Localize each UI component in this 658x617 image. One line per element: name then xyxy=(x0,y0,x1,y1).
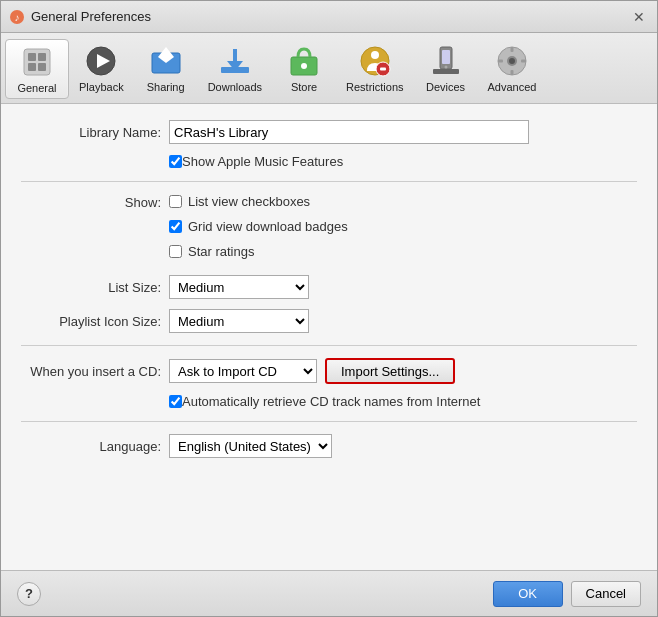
star-ratings-checkbox[interactable] xyxy=(169,245,182,258)
bottom-bar: ? OK Cancel xyxy=(1,570,657,616)
svg-rect-5 xyxy=(28,63,36,71)
svg-rect-4 xyxy=(38,53,46,61)
language-row: Language: English (United States) xyxy=(21,434,637,458)
cd-insert-row: When you insert a CD: Ask to Import CD I… xyxy=(21,358,637,384)
store-icon xyxy=(286,43,322,79)
tab-store-label: Store xyxy=(291,81,317,93)
svg-rect-6 xyxy=(38,63,46,71)
auto-retrieve-label: Automatically retrieve CD track names fr… xyxy=(182,394,480,409)
library-name-input[interactable] xyxy=(169,120,529,144)
library-name-label: Library Name: xyxy=(21,125,161,140)
grid-view-label: Grid view download badges xyxy=(188,219,348,234)
playback-icon xyxy=(83,43,119,79)
list-view-checkbox[interactable] xyxy=(169,195,182,208)
svg-point-18 xyxy=(371,51,379,59)
svg-rect-30 xyxy=(498,60,503,63)
star-ratings-label: Star ratings xyxy=(188,244,254,259)
svg-rect-3 xyxy=(28,53,36,61)
svg-rect-24 xyxy=(433,69,459,74)
list-size-row: List Size: Small Medium Large xyxy=(21,275,637,299)
tab-sharing-label: Sharing xyxy=(147,81,185,93)
svg-rect-31 xyxy=(521,60,526,63)
tab-advanced[interactable]: Advanced xyxy=(478,39,547,99)
svg-point-27 xyxy=(509,58,515,64)
tab-restrictions-label: Restrictions xyxy=(346,81,403,93)
svg-rect-20 xyxy=(380,68,386,71)
toolbar: General Playback Sharing xyxy=(1,33,657,104)
tab-restrictions[interactable]: Restrictions xyxy=(336,39,413,99)
close-button[interactable]: ✕ xyxy=(629,7,649,27)
app-icon: ♪ xyxy=(9,9,25,25)
tab-downloads-label: Downloads xyxy=(208,81,262,93)
svg-point-16 xyxy=(301,63,307,69)
advanced-icon xyxy=(494,43,530,79)
tab-devices[interactable]: Devices xyxy=(414,39,478,99)
import-settings-button[interactable]: Import Settings... xyxy=(325,358,455,384)
general-preferences-window: ♪ General Preferences ✕ General xyxy=(0,0,658,617)
cancel-button[interactable]: Cancel xyxy=(571,581,641,607)
show-options: List view checkboxes Grid view download … xyxy=(169,194,348,265)
svg-point-23 xyxy=(444,66,447,69)
tab-general[interactable]: General xyxy=(5,39,69,99)
language-label: Language: xyxy=(21,439,161,454)
list-size-label: List Size: xyxy=(21,280,161,295)
svg-rect-22 xyxy=(442,50,450,64)
language-select[interactable]: English (United States) xyxy=(169,434,332,458)
sharing-icon xyxy=(148,43,184,79)
bottom-right: OK Cancel xyxy=(493,581,641,607)
playlist-icon-size-select[interactable]: Small Medium Large xyxy=(169,309,309,333)
ok-button[interactable]: OK xyxy=(493,581,563,607)
title-bar: ♪ General Preferences ✕ xyxy=(1,1,657,33)
svg-text:♪: ♪ xyxy=(15,12,20,23)
tab-general-label: General xyxy=(17,82,56,94)
show-group: Show: List view checkboxes Grid view dow… xyxy=(21,194,637,265)
show-option-2: Star ratings xyxy=(169,244,348,259)
downloads-icon xyxy=(217,43,253,79)
tab-playback-label: Playback xyxy=(79,81,124,93)
grid-view-checkbox[interactable] xyxy=(169,220,182,233)
playlist-icon-size-row: Playlist Icon Size: Small Medium Large xyxy=(21,309,637,333)
playlist-icon-size-label: Playlist Icon Size: xyxy=(21,314,161,329)
tab-devices-label: Devices xyxy=(426,81,465,93)
restrictions-icon xyxy=(357,43,393,79)
cd-insert-label: When you insert a CD: xyxy=(21,364,161,379)
bottom-left: ? xyxy=(17,582,493,606)
tab-downloads[interactable]: Downloads xyxy=(198,39,272,99)
svg-rect-29 xyxy=(511,70,514,75)
divider-1 xyxy=(21,181,637,182)
svg-rect-28 xyxy=(511,47,514,52)
window-title: General Preferences xyxy=(31,9,629,24)
general-icon xyxy=(19,44,55,80)
library-name-row: Library Name: xyxy=(21,120,637,144)
help-button[interactable]: ? xyxy=(17,582,41,606)
show-option-1: Grid view download badges xyxy=(169,219,348,234)
show-option-0: List view checkboxes xyxy=(169,194,348,209)
divider-2 xyxy=(21,345,637,346)
cd-insert-select[interactable]: Ask to Import CD Import CD Import CD and… xyxy=(169,359,317,383)
svg-rect-2 xyxy=(24,49,50,75)
divider-3 xyxy=(21,421,637,422)
apple-music-row: Show Apple Music Features xyxy=(169,154,637,169)
auto-retrieve-checkbox[interactable] xyxy=(169,395,182,408)
auto-retrieve-row: Automatically retrieve CD track names fr… xyxy=(169,394,637,409)
apple-music-label: Show Apple Music Features xyxy=(182,154,343,169)
tab-playback[interactable]: Playback xyxy=(69,39,134,99)
tab-store[interactable]: Store xyxy=(272,39,336,99)
show-label: Show: xyxy=(21,194,161,210)
apple-music-checkbox[interactable] xyxy=(169,155,182,168)
list-size-select[interactable]: Small Medium Large xyxy=(169,275,309,299)
list-view-label: List view checkboxes xyxy=(188,194,310,209)
devices-icon xyxy=(428,43,464,79)
content-area: Library Name: Show Apple Music Features … xyxy=(1,104,657,570)
tab-sharing[interactable]: Sharing xyxy=(134,39,198,99)
tab-advanced-label: Advanced xyxy=(488,81,537,93)
